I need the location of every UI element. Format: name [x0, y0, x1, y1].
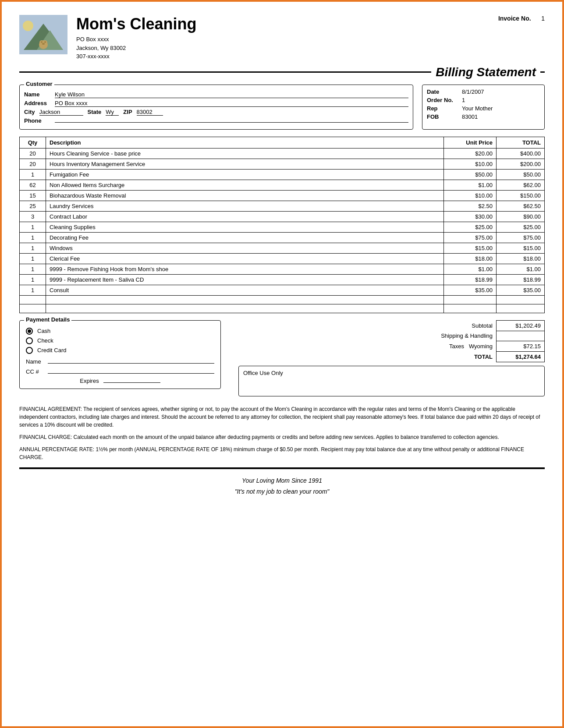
- address-label: Address: [24, 100, 55, 106]
- customer-phone-value: [55, 122, 408, 123]
- table-header-row: Qty Description Unit Price TOTAL: [20, 137, 545, 148]
- empty-row: [20, 295, 545, 304]
- row-total: $400.00: [497, 148, 545, 159]
- col-header-unit-price: Unit Price: [444, 137, 497, 148]
- company-address-line1: PO Box xxxx: [76, 35, 457, 44]
- order-rep-value: Your Mother: [462, 105, 493, 112]
- row-description: 9999 - Remove Fishing Hook from Mom's sh…: [46, 264, 444, 274]
- svg-point-8: [44, 41, 46, 43]
- taxes-label: Taxes Wyoming: [238, 341, 497, 351]
- subtotal-row: Subtotal $1,202.49: [238, 320, 545, 331]
- name-label: Name: [24, 91, 55, 98]
- order-fob-value: 83001: [462, 113, 478, 120]
- subtotal-value: $1,202.49: [497, 320, 545, 331]
- customer-section-title: Customer: [24, 81, 54, 87]
- company-address-line3: 307-xxx-xxxx: [76, 52, 457, 61]
- company-info: Mom's Cleaning PO Box xxxx Jackson, Wy 8…: [76, 15, 457, 61]
- cc-number-line[interactable]: [48, 368, 214, 374]
- row-unit-price: $50.00: [444, 169, 497, 180]
- row-total: $62.50: [497, 201, 545, 211]
- payment-cash-row[interactable]: Cash: [26, 328, 214, 335]
- tagline1: Your Loving Mom Since 1991: [19, 475, 545, 486]
- radio-cc[interactable]: [26, 347, 33, 354]
- table-row: 1 Clerical Fee $18.00 $18.00: [20, 253, 545, 264]
- payment-cc-row[interactable]: Credit Card: [26, 347, 214, 354]
- row-description: Clerical Fee: [46, 253, 444, 264]
- phone-label: Phone: [24, 117, 55, 124]
- cc-fields: Name CC # Expires: [26, 357, 214, 384]
- table-row: 62 Non Allowed Items Surcharge $1.00 $62…: [20, 180, 545, 190]
- row-qty: 1: [20, 222, 46, 232]
- payment-check-label: Check: [37, 337, 53, 344]
- billing-statement-line-right: [540, 71, 545, 73]
- table-row: 1 Consult $35.00 $35.00: [20, 285, 545, 295]
- tagline2: "It's not my job to clean your room": [19, 486, 545, 497]
- financial-charge: FINANCIAL CHARGE: Calculated each month …: [19, 433, 545, 441]
- row-total: $150.00: [497, 190, 545, 201]
- col-header-total: TOTAL: [497, 137, 545, 148]
- radio-cash[interactable]: [26, 328, 33, 335]
- radio-check[interactable]: [26, 337, 33, 344]
- order-no-row: Order No. 1: [427, 97, 540, 103]
- row-unit-price: $15.00: [444, 243, 497, 253]
- row-description: Biohazardous Waste Removal: [46, 190, 444, 201]
- row-description: Decorating Fee: [46, 232, 444, 243]
- payment-cash-label: Cash: [37, 328, 50, 334]
- row-total: $90.00: [497, 211, 545, 222]
- customer-address-value: PO Box xxxx: [55, 100, 408, 107]
- customer-city-value: Jackson: [39, 109, 83, 116]
- city-label: City: [24, 109, 35, 115]
- table-row: 1 9999 - Remove Fishing Hook from Mom's …: [20, 264, 545, 274]
- row-qty: 1: [20, 264, 46, 274]
- subtotal-label: Subtotal: [238, 320, 497, 331]
- row-total: $35.00: [497, 285, 545, 295]
- taxes-value: $72.15: [497, 341, 545, 351]
- fob-label: FOB: [427, 113, 462, 120]
- row-description: Cleaning Supplies: [46, 222, 444, 232]
- shipping-label: Shipping & Handling: [238, 331, 497, 341]
- company-name: Mom's Cleaning: [76, 15, 457, 33]
- row-qty: 1: [20, 232, 46, 243]
- radio-cash-filled: [28, 329, 31, 333]
- row-qty: 20: [20, 148, 46, 159]
- order-box: Date 8/1/2007 Order No. 1 Rep Your Mothe…: [422, 85, 545, 130]
- taxes-row: Taxes Wyoming $72.15: [238, 341, 545, 351]
- row-unit-price: $75.00: [444, 232, 497, 243]
- table-row: 3 Contract Labor $30.00 $90.00: [20, 211, 545, 222]
- row-qty: 25: [20, 201, 46, 211]
- row-unit-price: $35.00: [444, 285, 497, 295]
- customer-box: Customer Name Kyle Wilson Address PO Box…: [19, 85, 413, 130]
- row-description: Hours Cleaning Service - base price: [46, 148, 444, 159]
- office-use-label: Office Use Only: [243, 370, 283, 376]
- row-description: Laundry Services: [46, 201, 444, 211]
- row-description: Contract Labor: [46, 211, 444, 222]
- total-label: TOTAL: [238, 351, 497, 362]
- table-row: 15 Biohazardous Waste Removal $10.00 $15…: [20, 190, 545, 201]
- financial-agreement: FINANCIAL AGREEMENT: The recipient of se…: [19, 405, 545, 429]
- svg-point-9: [42, 43, 45, 45]
- name-field-line[interactable]: [48, 357, 214, 364]
- shipping-row: Shipping & Handling: [238, 331, 545, 341]
- invoice-no-label: Invoice No.: [498, 15, 531, 22]
- row-unit-price: $1.00: [444, 264, 497, 274]
- order-date-value: 8/1/2007: [462, 88, 484, 95]
- row-description: Windows: [46, 243, 444, 253]
- payment-check-row[interactable]: Check: [26, 337, 214, 344]
- row-unit-price: $2.50: [444, 201, 497, 211]
- row-description: 9999 - Replacement Item - Saliva CD: [46, 274, 444, 285]
- billing-statement-title: Billing Statement: [436, 65, 536, 79]
- state-label: State: [88, 109, 102, 115]
- row-qty: 3: [20, 211, 46, 222]
- svg-point-7: [41, 41, 43, 43]
- row-total: $200.00: [497, 159, 545, 169]
- footer-text: FINANCIAL AGREEMENT: The recipient of se…: [19, 405, 545, 461]
- row-total: $50.00: [497, 169, 545, 180]
- order-rep-row: Rep Your Mother: [427, 105, 540, 112]
- row-unit-price: $1.00: [444, 180, 497, 190]
- row-total: $25.00: [497, 222, 545, 232]
- row-unit-price: $18.00: [444, 253, 497, 264]
- total-value: $1,274.64: [497, 351, 545, 362]
- office-use-box: Office Use Only: [238, 366, 545, 396]
- row-qty: 62: [20, 180, 46, 190]
- expires-line[interactable]: [103, 382, 160, 383]
